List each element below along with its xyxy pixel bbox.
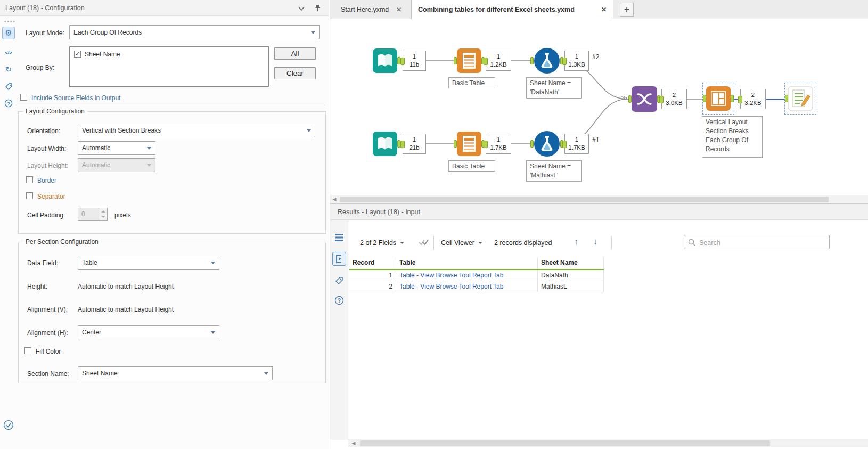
per-section-configuration-title: Per Section Configuration <box>23 238 101 246</box>
include-source-checkbox[interactable] <box>20 94 27 101</box>
cell-sheet-name[interactable]: MathiasL <box>538 281 604 292</box>
results-title: Results - Layout (18) - Input <box>338 208 420 216</box>
panel-grip[interactable]: •••• <box>4 20 16 23</box>
alignment-h-dropdown[interactable]: Center <box>78 325 219 339</box>
stepper-arrows <box>99 208 107 220</box>
cell-table-link[interactable]: Table - View Browse Tool Report Tab <box>396 270 538 281</box>
group-by-listbox[interactable]: Sheet Name <box>69 46 269 87</box>
column-header-sheet-name[interactable]: Sheet Name <box>538 257 604 269</box>
section-name-dropdown[interactable]: Sheet Name <box>78 366 273 380</box>
scroll-left-icon[interactable]: ◀ <box>330 196 339 203</box>
basic-table-tool[interactable] <box>457 132 481 156</box>
render-icon <box>788 86 813 111</box>
tab-start-here[interactable]: Start Here.yxmd ✕ <box>334 0 411 19</box>
scroll-up-icon[interactable]: ↑ <box>574 237 578 247</box>
layout-width-label: Layout Width: <box>27 145 66 152</box>
cell-viewer-label: Cell Viewer <box>441 239 474 247</box>
collapse-chevron-icon[interactable] <box>298 6 305 11</box>
tab-close-icon[interactable]: ✕ <box>396 6 402 13</box>
search-box[interactable] <box>684 235 830 249</box>
input-anchor[interactable] <box>628 95 632 103</box>
data-field-dropdown[interactable]: Table <box>78 256 219 270</box>
union-tool[interactable] <box>632 86 657 112</box>
border-checkbox[interactable] <box>26 176 33 183</box>
layout-configuration-group: Layout Configuration Orientation: Vertic… <box>18 111 326 234</box>
merge-anchor-icon: ≫ <box>621 94 628 102</box>
basic-table-tool[interactable] <box>457 48 481 73</box>
tool-annotation[interactable]: Sheet Name = 'MathiasL' <box>526 160 582 182</box>
formula-tool[interactable] <box>534 47 560 74</box>
cell-record[interactable]: 1 <box>349 270 396 281</box>
input-data-tool[interactable] <box>373 132 397 156</box>
input-anchor[interactable] <box>703 95 706 102</box>
fill-color-checkbox[interactable] <box>24 347 31 354</box>
layout-width-dropdown[interactable]: Automatic <box>78 141 155 155</box>
new-workflow-button[interactable]: + <box>620 3 634 17</box>
question-icon: ? <box>4 99 13 108</box>
annotation-button[interactable] <box>2 80 15 93</box>
input-anchor[interactable] <box>785 95 788 102</box>
connection-stats: 23.0KB <box>661 89 687 109</box>
code-icon: </> <box>5 50 12 55</box>
scroll-left-icon[interactable]: ◀ <box>349 440 358 447</box>
workflow-canvas[interactable]: 111b 11.2KB Basic Table 11.3KB #2 Sheet … <box>330 19 868 195</box>
layout-mode-value: Each Group Of Records <box>73 29 142 36</box>
output-anchor[interactable] <box>731 95 734 102</box>
record-view-button[interactable] <box>332 252 346 266</box>
toolbar-separator <box>433 236 434 250</box>
cell-padding-value: 0 <box>81 210 85 218</box>
input-anchor[interactable] <box>454 140 457 148</box>
group-by-all-button[interactable]: All <box>274 47 316 60</box>
separator-checkbox[interactable] <box>26 192 33 199</box>
tool-annotation[interactable]: Vertical Layout Section Breaks Each Grou… <box>702 116 763 158</box>
workflow-tab-bar: Start Here.yxmd ✕ Combining tables for d… <box>330 0 868 19</box>
chevron-down-icon <box>147 164 151 167</box>
grid-view-button[interactable] <box>333 232 345 243</box>
results-horizontal-scrollbar[interactable]: ◀ <box>348 439 868 447</box>
cell-sheet-name[interactable]: DataNath <box>538 270 604 281</box>
per-section-configuration-group: Per Section Configuration Data Field: Ta… <box>18 242 326 383</box>
input-anchor[interactable] <box>454 57 457 64</box>
orientation-dropdown[interactable]: Vertical with Section Breaks <box>78 124 315 137</box>
fields-dropdown-button[interactable]: 2 of 2 Fields <box>360 236 404 250</box>
scrollbar-thumb[interactable] <box>340 197 829 202</box>
column-header-record[interactable]: Record <box>349 257 396 269</box>
chevron-down-icon <box>264 372 268 375</box>
pin-icon[interactable] <box>314 4 321 12</box>
layout-tool[interactable] <box>706 86 731 111</box>
configuration-tab-button[interactable]: ⚙ <box>2 27 15 39</box>
input-data-tool[interactable] <box>373 48 397 73</box>
cell-viewer-button[interactable]: Cell Viewer <box>441 236 482 250</box>
scrollbar-thumb[interactable] <box>360 440 770 446</box>
refresh-view-button[interactable]: ↻ <box>2 63 15 76</box>
group-by-item-checkbox[interactable] <box>74 51 81 58</box>
group-by-clear-button[interactable]: Clear <box>274 67 316 79</box>
alignment-v-value: Automatic to match Layout Height <box>78 306 174 313</box>
canvas-horizontal-scrollbar[interactable]: ◀ <box>330 195 868 203</box>
tool-annotation[interactable]: Basic Table <box>448 77 495 88</box>
input-anchor[interactable] <box>530 57 534 64</box>
group-by-label: Group By: <box>26 64 54 71</box>
cell-table-link[interactable]: Table - View Browse Tool Report Tab <box>396 281 538 292</box>
search-input[interactable] <box>698 237 827 248</box>
render-tool[interactable] <box>788 86 813 111</box>
cell-record[interactable]: 2 <box>349 281 396 292</box>
column-header-table[interactable]: Table <box>396 257 538 269</box>
annotation-view-button[interactable] <box>334 275 345 286</box>
formula-tool[interactable] <box>534 130 560 157</box>
input-anchor[interactable] <box>530 140 534 148</box>
input-data-icon <box>373 132 397 156</box>
union-icon <box>632 86 657 112</box>
scroll-down-icon[interactable]: ↓ <box>593 237 597 247</box>
tool-annotation[interactable]: Sheet Name = 'DataNath' <box>526 77 582 99</box>
help-button[interactable]: ? <box>2 97 15 110</box>
apply-button[interactable] <box>2 419 15 431</box>
tab-combining-tables[interactable]: Combining tables for different Excel she… <box>411 0 613 19</box>
xml-view-button[interactable]: </> <box>2 46 15 59</box>
layout-mode-dropdown[interactable]: Each Group Of Records <box>69 25 320 39</box>
help-button[interactable]: ? <box>333 295 345 306</box>
tool-annotation[interactable]: Basic Table <box>448 160 495 172</box>
apply-filter-button[interactable] <box>419 238 429 246</box>
tab-close-icon[interactable]: ✕ <box>601 6 607 13</box>
connection-stats: 11.7KB <box>564 134 589 154</box>
